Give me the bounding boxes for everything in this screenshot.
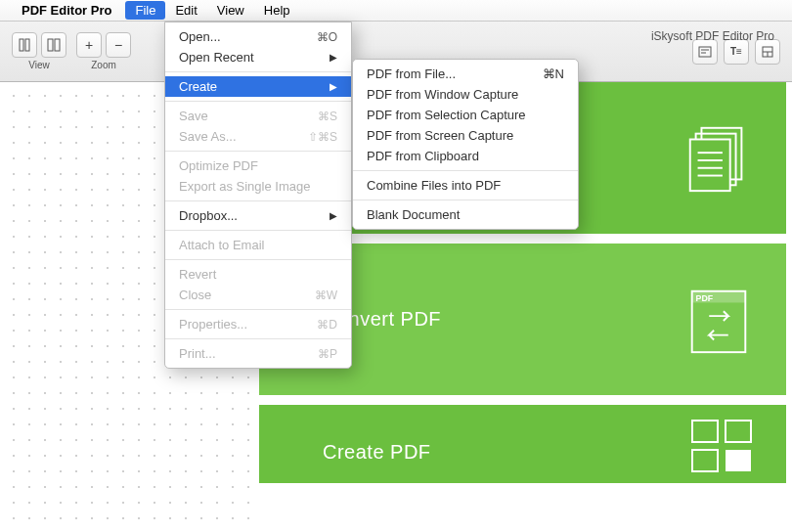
window-title: iSkysoft PDF Editor Pro [651, 29, 774, 43]
svg-rect-2 [48, 39, 53, 51]
create-submenu-item[interactable]: PDF from Window Capture [353, 84, 578, 105]
file-menu-item: Revert [165, 264, 351, 285]
svg-rect-20 [692, 421, 718, 442]
create-submenu-item[interactable]: Combine Files into PDF [353, 175, 578, 196]
app-name[interactable]: PDF Editor Pro [22, 3, 111, 18]
create-submenu-item[interactable]: PDF from Screen Capture [353, 125, 578, 146]
file-menu-item: Attach to Email [165, 235, 351, 255]
two-page-button[interactable] [41, 32, 66, 58]
svg-rect-0 [20, 39, 23, 51]
file-menu-item: Export as Single Image [165, 176, 351, 197]
file-menu-item: Optimize PDF [165, 155, 351, 176]
file-menu-item[interactable]: Open Recent▶ [165, 47, 351, 67]
zoom-out-button[interactable]: − [106, 32, 131, 58]
menu-edit[interactable]: Edit [165, 1, 206, 20]
view-label: View [28, 60, 50, 70]
zoom-group: + − Zoom [76, 32, 131, 70]
view-group: View [12, 32, 66, 70]
convert-icon: PDF [681, 281, 757, 359]
create-submenu: PDF from File...⌘NPDF from Window Captur… [352, 59, 579, 230]
file-menu-item: Save⌘S [165, 106, 351, 126]
file-menu-item: Print...⌘P [165, 343, 351, 364]
svg-rect-21 [726, 421, 751, 442]
svg-rect-3 [55, 39, 60, 51]
file-dropdown: Open...⌘OOpen Recent▶Create▶Save⌘SSave A… [164, 22, 352, 369]
file-menu-item[interactable]: Dropbox...▶ [165, 205, 351, 226]
svg-rect-12 [690, 139, 730, 191]
svg-rect-23 [726, 450, 751, 471]
zoom-in-button[interactable]: + [76, 32, 102, 58]
file-menu-item: Close⌘W [165, 285, 351, 305]
file-menu-item: Properties...⌘D [165, 314, 351, 334]
create-submenu-item[interactable]: PDF from File...⌘N [353, 64, 578, 84]
create-submenu-item[interactable]: Blank Document [353, 204, 578, 225]
menu-view[interactable]: View [207, 1, 254, 20]
svg-rect-4 [699, 47, 711, 57]
svg-rect-1 [25, 39, 29, 51]
menu-help[interactable]: Help [254, 1, 300, 20]
single-page-button[interactable] [12, 32, 37, 58]
menu-file[interactable]: File [125, 1, 165, 20]
svg-rect-22 [692, 450, 718, 471]
svg-text:PDF: PDF [696, 292, 714, 302]
menubar: PDF Editor Pro File Edit View Help [0, 0, 792, 22]
file-menu-item[interactable]: Create▶ [165, 76, 351, 97]
file-menu-item: Save As...⇧⌘S [165, 126, 351, 147]
create-grid-icon [688, 417, 757, 475]
zoom-label: Zoom [91, 60, 116, 70]
create-submenu-item[interactable]: PDF from Clipboard [353, 146, 578, 166]
edit-doc-icon [681, 119, 757, 198]
file-menu-item[interactable]: Open...⌘O [165, 26, 351, 47]
create-submenu-item[interactable]: PDF from Selection Capture [353, 105, 578, 125]
panel-create-pdf[interactable]: Create PDF [259, 405, 786, 483]
panel-title: Create PDF [323, 441, 431, 464]
